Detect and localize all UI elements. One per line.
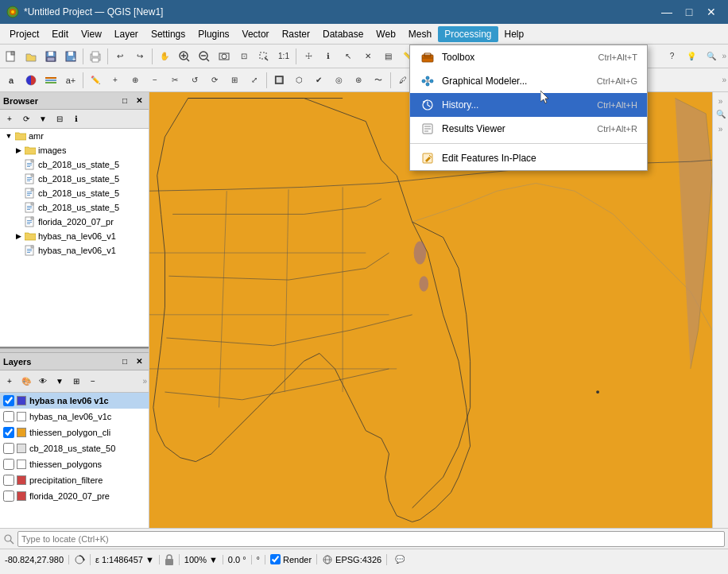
layer-list-item[interactable]: florida_2020_07_pre: [0, 488, 149, 504]
menu-settings[interactable]: Settings: [145, 26, 192, 42]
redo-btn[interactable]: ↪: [130, 47, 149, 66]
menu-help[interactable]: Help: [498, 26, 531, 42]
reshape-btn[interactable]: ↺: [185, 71, 204, 90]
browser-refresh-btn[interactable]: ⟳: [18, 111, 34, 127]
zoom-in-btn[interactable]: [175, 47, 194, 66]
render-checkbox[interactable]: [270, 554, 281, 564]
browser-close-icon[interactable]: ✕: [133, 95, 145, 107]
edit-node-btn[interactable]: ◎: [329, 71, 348, 90]
edit-pencil-btn[interactable]: ✏️: [86, 71, 105, 90]
check-geom-btn[interactable]: ✔: [309, 71, 328, 90]
zoom-full-btn[interactable]: [215, 47, 234, 66]
layer-checkbox[interactable]: [3, 395, 14, 406]
delete-vertex-btn[interactable]: −: [145, 71, 165, 90]
add-point-btn[interactable]: ⊛: [349, 71, 368, 90]
undo-btn[interactable]: ↩: [110, 47, 130, 66]
menu-results-viewer[interactable]: Results Viewer Ctrl+Alt+R: [410, 117, 647, 141]
menu-edit[interactable]: Edit: [45, 26, 75, 42]
color-btn[interactable]: [21, 71, 41, 90]
layer-list-item[interactable]: hybas na lev06 v1c: [0, 393, 149, 409]
menu-plugins[interactable]: Plugins: [192, 26, 235, 42]
menu-raster[interactable]: Raster: [276, 26, 316, 42]
text-label-btn[interactable]: a: [2, 71, 21, 90]
browser-add-btn[interactable]: +: [2, 111, 17, 127]
layer-open-btn[interactable]: +: [2, 374, 17, 390]
layer-filter-btn[interactable]: ▼: [52, 374, 68, 390]
layer-remove-btn[interactable]: −: [85, 374, 101, 390]
layer-visibility-btn[interactable]: 👁: [35, 374, 51, 390]
browser-tree-item[interactable]: cb_2018_us_state_5: [0, 172, 149, 186]
menu-edit-inplace[interactable]: Edit Features In-Place: [410, 146, 647, 170]
browser-filter-btn[interactable]: ▼: [35, 111, 51, 127]
menu-web[interactable]: Web: [370, 26, 401, 42]
open-project-btn[interactable]: [21, 47, 41, 66]
messages-btn[interactable]: 💬: [392, 552, 408, 568]
help-btn[interactable]: ?: [662, 47, 681, 66]
right-search-btn[interactable]: 🔍: [714, 107, 727, 120]
menu-graphical-modeler[interactable]: Graphical Modeler... Ctrl+Alt+G: [410, 69, 647, 93]
menu-layer[interactable]: Layer: [108, 26, 145, 42]
browser-tree-item[interactable]: cb_2018_us_state_5: [0, 186, 149, 200]
layer-list-item[interactable]: cb_2018_us_state_50: [0, 440, 149, 456]
edit-lines-btn[interactable]: 〜: [369, 71, 388, 90]
move-vertex-btn[interactable]: ⊕: [126, 71, 145, 90]
browser-tree-item[interactable]: cb_2018_us_state_5: [0, 200, 149, 215]
zoom-layer-btn[interactable]: ⊡: [234, 47, 254, 66]
topology-btn[interactable]: ⬡: [289, 71, 308, 90]
menu-processing[interactable]: Processing: [438, 26, 498, 42]
menu-mesh[interactable]: Mesh: [402, 26, 438, 42]
zoom-out-btn[interactable]: [195, 47, 214, 66]
layer-style-btn[interactable]: 🎨: [18, 374, 34, 390]
pan-btn[interactable]: ✋: [155, 47, 174, 66]
layer-checkbox[interactable]: [3, 491, 14, 502]
status-zoom[interactable]: 100% ▼: [184, 555, 223, 564]
layer-checkbox[interactable]: [3, 427, 14, 438]
menu-vector[interactable]: Vector: [236, 26, 276, 42]
save-project-btn[interactable]: [41, 47, 60, 66]
tips-btn[interactable]: 💡: [682, 47, 701, 66]
add-vertex-btn[interactable]: +: [106, 71, 125, 90]
minimize-button[interactable]: —: [656, 3, 677, 21]
browser-float-icon[interactable]: □: [118, 95, 131, 107]
add-text-btn[interactable]: a+: [61, 71, 80, 90]
layer-list-item[interactable]: precipitation_filtere: [0, 472, 149, 488]
browser-tree-item[interactable]: ▶images: [0, 143, 149, 157]
zoom-native-btn[interactable]: 1:1: [274, 47, 293, 66]
print-btn[interactable]: [86, 47, 105, 66]
layers-close-icon[interactable]: ✕: [133, 355, 145, 368]
layer-list-item[interactable]: hybas_na_lev06_v1c: [0, 409, 149, 425]
pan-map-btn[interactable]: ☩: [299, 47, 318, 66]
maximize-button[interactable]: □: [679, 3, 699, 21]
menu-project[interactable]: Project: [3, 26, 45, 42]
browser-collapse-btn[interactable]: ⊟: [52, 111, 68, 127]
scale-btn[interactable]: ⤢: [245, 71, 264, 90]
layer-props-btn[interactable]: [41, 71, 60, 90]
deselect-btn[interactable]: ✕: [358, 47, 378, 66]
status-scale[interactable]: ε 1:1486457 ▼: [95, 555, 160, 564]
layer-checkbox[interactable]: [3, 475, 14, 486]
layer-list-item[interactable]: thiessen_polygons: [0, 456, 149, 472]
split-btn[interactable]: ✂: [165, 71, 184, 90]
select-btn[interactable]: ↖: [339, 47, 358, 66]
close-button[interactable]: ✕: [701, 3, 722, 21]
browser-info-btn[interactable]: ℹ: [68, 111, 84, 127]
menu-history[interactable]: History... Ctrl+Alt+H: [410, 93, 647, 117]
menu-toolbox[interactable]: Toolbox Ctrl+Alt+T: [410, 45, 647, 69]
zoom-select-btn[interactable]: [254, 47, 273, 66]
layer-checkbox[interactable]: [3, 411, 14, 422]
identify-btn[interactable]: ℹ: [319, 47, 338, 66]
menu-view[interactable]: View: [75, 26, 108, 42]
layers-float-icon[interactable]: □: [118, 355, 131, 368]
layer-checkbox[interactable]: [3, 443, 14, 454]
save-as-btn[interactable]: +: [61, 47, 80, 66]
offset-btn[interactable]: ⊞: [225, 71, 244, 90]
browser-tree-item[interactable]: ▼amr: [0, 129, 149, 143]
layer-group-btn[interactable]: ⊞: [68, 374, 84, 390]
browser-tree-item[interactable]: ▶hybas_na_lev06_v1: [0, 229, 149, 243]
menu-database[interactable]: Database: [316, 26, 370, 42]
browser-tree-item[interactable]: hybas_na_lev06_v1: [0, 243, 149, 258]
layer-checkbox[interactable]: [3, 459, 14, 470]
rotate-btn[interactable]: ⟳: [205, 71, 224, 90]
snap-btn[interactable]: 🔲: [269, 71, 288, 90]
layer-list-item[interactable]: thiessen_polygon_cli: [0, 425, 149, 440]
